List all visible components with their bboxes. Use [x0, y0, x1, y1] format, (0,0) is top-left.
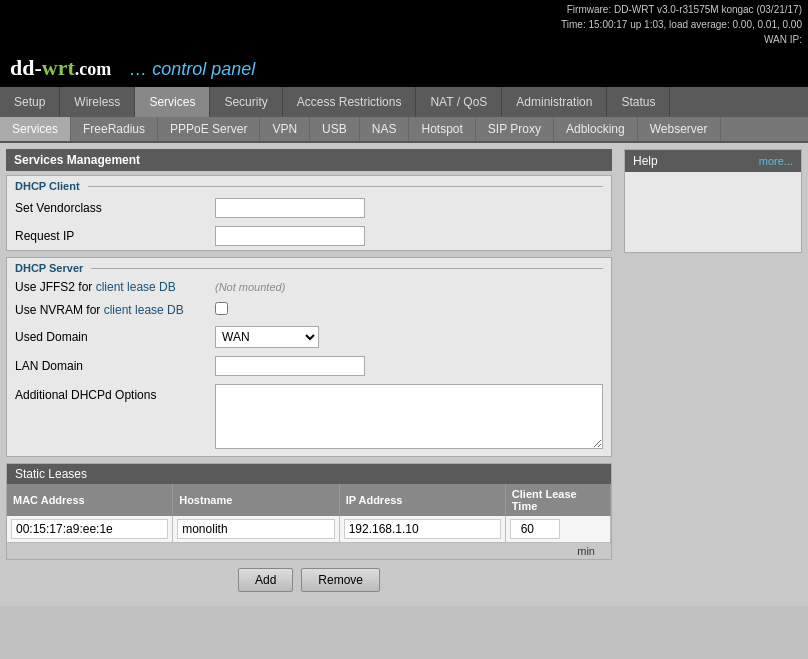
cell-hostname [173, 516, 339, 543]
main-panel: Services Management DHCP Client Set Vend… [0, 143, 618, 606]
nvram-checkbox-wrap [215, 302, 228, 318]
lan-domain-label: LAN Domain [15, 359, 215, 373]
tab-adblocking[interactable]: Adblocking [554, 117, 638, 141]
logo-dd: dd- [10, 55, 42, 80]
nav-services[interactable]: Services [135, 87, 210, 117]
logo-com: .com [75, 59, 111, 79]
request-ip-input[interactable] [215, 226, 365, 246]
nav-wireless[interactable]: Wireless [60, 87, 135, 117]
used-domain-select[interactable]: WAN LAN WAN and LAN [215, 326, 319, 348]
content-area: Services Management DHCP Client Set Vend… [0, 143, 808, 606]
jffs2-link[interactable]: client lease DB [96, 280, 176, 294]
help-label: Help [633, 154, 658, 168]
used-domain-row: Used Domain WAN LAN WAN and LAN [7, 322, 611, 352]
button-row: Add Remove [6, 560, 612, 600]
leases-table: MAC Address Hostname IP Address Client L… [7, 484, 611, 543]
vendor-class-input[interactable] [215, 198, 365, 218]
request-ip-label: Request IP [15, 229, 215, 243]
top-bar: Firmware: DD-WRT v3.0-r31575M kongac (03… [0, 0, 808, 49]
time-info: Time: 15:00:17 up 1:03, load average: 0.… [561, 19, 802, 30]
nvram-row: Use NVRAM for client lease DB [7, 298, 611, 322]
static-leases-header: Static Leases [7, 464, 611, 484]
help-more-link[interactable]: more... [759, 155, 793, 167]
logo-wrt: wrt [42, 55, 75, 80]
table-row [7, 516, 611, 543]
vendor-class-label: Set Vendorclass [15, 201, 215, 215]
col-lease-time: Client Lease Time [505, 484, 610, 516]
jffs2-label: Use JFFS2 for client lease DB [15, 280, 215, 294]
ip-input[interactable] [344, 519, 501, 539]
jffs2-row: Use JFFS2 for client lease DB (Not mount… [7, 276, 611, 298]
cell-lease-time [505, 516, 610, 543]
additional-dhcpd-textarea[interactable] [215, 384, 603, 449]
sub-nav: Services FreeRadius PPPoE Server VPN USB… [0, 117, 808, 143]
nav-access-restrictions[interactable]: Access Restrictions [283, 87, 417, 117]
main-nav: Setup Wireless Services Security Access … [0, 87, 808, 117]
used-domain-label: Used Domain [15, 330, 215, 344]
nav-status[interactable]: Status [607, 87, 670, 117]
jffs2-status: (Not mounted) [215, 280, 285, 294]
services-management-header: Services Management [6, 149, 612, 171]
dhcp-server-card: DHCP Server Use JFFS2 for client lease D… [6, 257, 612, 457]
cell-mac [7, 516, 173, 543]
nav-setup[interactable]: Setup [0, 87, 60, 117]
additional-dhcpd-row: Additional DHCPd Options [7, 380, 611, 456]
dhcp-client-card: DHCP Client Set Vendorclass Request IP [6, 175, 612, 251]
col-hostname: Hostname [173, 484, 339, 516]
dhcp-client-label: DHCP Client [7, 176, 611, 194]
tab-hotspot[interactable]: Hotspot [409, 117, 475, 141]
vendor-class-row: Set Vendorclass [7, 194, 611, 222]
request-ip-input-wrap [215, 226, 365, 246]
lease-time-input[interactable] [510, 519, 560, 539]
tab-nas[interactable]: NAS [360, 117, 410, 141]
wan-ip-info: WAN IP: [764, 34, 802, 45]
col-mac: MAC Address [7, 484, 173, 516]
tab-webserver[interactable]: Webserver [638, 117, 721, 141]
lan-domain-input[interactable] [215, 356, 365, 376]
used-domain-select-wrap: WAN LAN WAN and LAN [215, 326, 319, 348]
help-panel: Help more... [618, 143, 808, 606]
logo-bar: dd-wrt.com … control panel [0, 49, 808, 87]
col-ip: IP Address [339, 484, 505, 516]
logo-cp: … control panel [119, 59, 255, 79]
tab-sip-proxy[interactable]: SIP Proxy [476, 117, 554, 141]
remove-button[interactable]: Remove [301, 568, 380, 592]
additional-dhcpd-label: Additional DHCPd Options [15, 384, 215, 402]
firmware-info: Firmware: DD-WRT v3.0-r31575M kongac (03… [567, 4, 802, 15]
additional-dhcpd-textarea-wrap [215, 384, 603, 452]
add-button[interactable]: Add [238, 568, 293, 592]
cell-ip [339, 516, 505, 543]
mac-input[interactable] [11, 519, 168, 539]
help-header: Help more... [625, 150, 801, 172]
nvram-label: Use NVRAM for client lease DB [15, 303, 215, 317]
hostname-input[interactable] [177, 519, 334, 539]
tab-pppoe-server[interactable]: PPPoE Server [158, 117, 260, 141]
request-ip-row: Request IP [7, 222, 611, 250]
tab-services[interactable]: Services [0, 117, 71, 141]
nav-administration[interactable]: Administration [502, 87, 607, 117]
tab-usb[interactable]: USB [310, 117, 360, 141]
min-label: min [7, 543, 611, 559]
nvram-checkbox[interactable] [215, 302, 228, 315]
help-content [625, 172, 801, 252]
lan-domain-row: LAN Domain [7, 352, 611, 380]
logo: dd-wrt.com … control panel [10, 55, 255, 81]
static-leases-section: Static Leases MAC Address Hostname IP Ad… [6, 463, 612, 560]
nav-security[interactable]: Security [210, 87, 282, 117]
nav-nat-qos[interactable]: NAT / QoS [416, 87, 502, 117]
dhcp-server-label: DHCP Server [7, 258, 611, 276]
nvram-link[interactable]: client lease DB [104, 303, 184, 317]
help-card: Help more... [624, 149, 802, 253]
tab-vpn[interactable]: VPN [260, 117, 310, 141]
vendor-class-input-wrap [215, 198, 365, 218]
tab-freeradius[interactable]: FreeRadius [71, 117, 158, 141]
lan-domain-input-wrap [215, 356, 365, 376]
